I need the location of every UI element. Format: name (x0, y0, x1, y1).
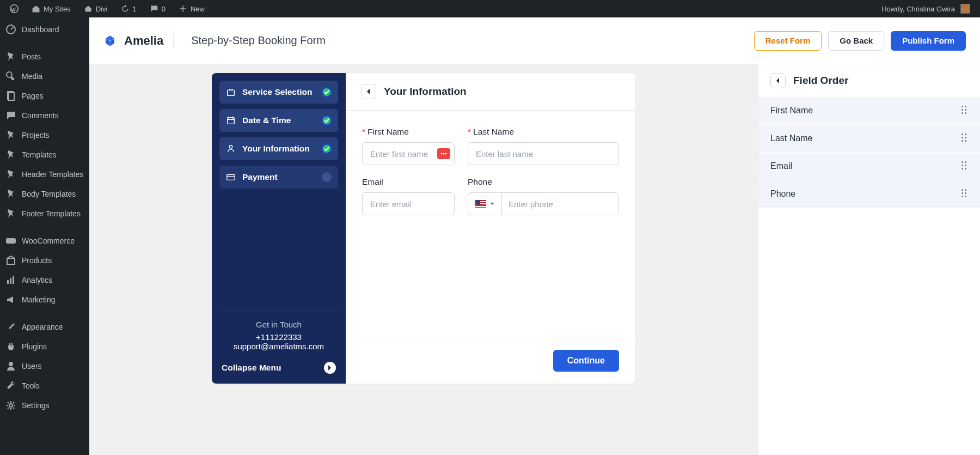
card-icon (226, 172, 236, 182)
comments-link[interactable]: 0 (144, 0, 171, 17)
svg-rect-7 (7, 280, 9, 284)
svg-point-17 (443, 153, 445, 155)
howdy-label: Howdy, Christina Gwira (881, 5, 955, 13)
us-flag-icon (475, 200, 486, 208)
menu-label: Users (22, 362, 42, 371)
woo-icon (5, 235, 16, 246)
phone-input[interactable] (502, 193, 618, 215)
drag-handle-icon[interactable] (961, 134, 968, 143)
my-sites-link[interactable]: My Sites (26, 0, 76, 17)
menu-label: Dashboard (22, 25, 59, 34)
user-avatar (960, 4, 970, 14)
field-order-label: Phone (770, 189, 795, 199)
menu-footer-templates[interactable]: Footer Templates (0, 204, 89, 223)
password-manager-icon[interactable] (437, 148, 450, 159)
menu-posts[interactable]: Posts (0, 47, 89, 66)
drag-handle-icon[interactable] (961, 161, 968, 171)
last-name-input[interactable] (468, 142, 619, 165)
menu-label: Comments (22, 111, 59, 120)
menu-header-templates[interactable]: Header Templates (0, 165, 89, 184)
phone-label: Phone (468, 177, 619, 187)
menu-dashboard[interactable]: Dashboard (0, 20, 89, 39)
last-name-label: *Last Name (468, 127, 619, 137)
menu-woocommerce[interactable]: WooCommerce (0, 231, 89, 251)
check-icon (322, 87, 332, 97)
email-label: Email (362, 177, 455, 187)
phone-country-selector[interactable] (468, 193, 502, 215)
menu-label: Appearance (22, 323, 63, 331)
menu-label: Pages (22, 92, 44, 100)
drag-handle-icon[interactable] (961, 106, 968, 116)
brand-name: Amelia (124, 34, 174, 48)
svg-rect-13 (228, 118, 235, 124)
wp-logo[interactable] (4, 0, 24, 17)
howdy-account[interactable]: Howdy, Christina Gwira (876, 0, 976, 17)
site-link[interactable]: Divi (78, 0, 113, 17)
svg-rect-15 (227, 175, 235, 180)
field-order-panel: Field Order First Name Last Name Email P… (758, 64, 980, 455)
user-icon (5, 361, 16, 372)
field-order-label: Last Name (770, 134, 812, 143)
drag-handle-icon[interactable] (961, 189, 968, 199)
menu-tools[interactable]: Tools (0, 376, 89, 396)
wrench-icon (5, 380, 16, 391)
updates-count: 1 (133, 5, 137, 13)
field-order-back-button[interactable] (770, 73, 786, 88)
menu-pages[interactable]: Pages (0, 86, 89, 106)
field-order-label: Email (770, 161, 792, 171)
new-link[interactable]: New (173, 0, 210, 17)
step-date-time[interactable]: Date & Time (219, 109, 338, 132)
arrow-right-icon (324, 362, 336, 374)
brush-icon (5, 321, 16, 332)
step-label: Payment (242, 172, 315, 182)
booking-form-card: Service Selection Date & Time Your Infor… (212, 73, 635, 384)
menu-marketing[interactable]: Marketing (0, 290, 89, 310)
step-service-selection[interactable]: Service Selection (219, 81, 338, 104)
amelia-logo-icon (103, 34, 117, 47)
menu-plugins[interactable]: Plugins (0, 337, 89, 356)
menu-label: Posts (22, 52, 41, 61)
menu-products[interactable]: Products (0, 251, 89, 270)
pin-icon (5, 149, 16, 160)
menu-body-templates[interactable]: Body Templates (0, 184, 89, 204)
svg-rect-12 (228, 90, 235, 95)
collapse-label: Collapse Menu (222, 363, 281, 373)
menu-templates[interactable]: Templates (0, 145, 89, 165)
field-order-item-phone[interactable]: Phone (758, 180, 980, 208)
field-order-item-first-name[interactable]: First Name (758, 97, 980, 125)
step-your-information[interactable]: Your Information (219, 137, 338, 160)
form-back-button[interactable] (361, 84, 376, 99)
step-label: Your Information (242, 144, 315, 154)
field-order-item-last-name[interactable]: Last Name (758, 125, 980, 153)
svg-rect-9 (13, 276, 14, 284)
contact-title: Get in Touch (222, 320, 336, 329)
step-payment[interactable]: Payment (219, 166, 338, 189)
svg-rect-6 (7, 258, 15, 264)
menu-analytics[interactable]: Analytics (0, 270, 89, 290)
email-input[interactable] (362, 192, 455, 215)
dashboard-icon (5, 24, 16, 35)
field-order-title: Field Order (793, 75, 848, 87)
menu-label: Body Templates (22, 190, 76, 198)
menu-media[interactable]: Media (0, 66, 89, 86)
reset-form-button[interactable]: Reset Form (754, 31, 822, 51)
page-header: Amelia Step-by-Step Booking Form Reset F… (89, 17, 980, 64)
menu-appearance[interactable]: Appearance (0, 317, 89, 337)
updates-link[interactable]: 1 (115, 0, 142, 17)
continue-button[interactable]: Continue (553, 350, 619, 372)
menu-label: WooCommerce (22, 236, 75, 245)
go-back-button[interactable]: Go Back (828, 31, 884, 51)
collapse-menu-button[interactable]: Collapse Menu (219, 357, 338, 376)
publish-form-button[interactable]: Publish Form (891, 31, 966, 51)
menu-projects[interactable]: Projects (0, 125, 89, 145)
main-content: Amelia Step-by-Step Booking Form Reset F… (89, 17, 980, 455)
menu-settings[interactable]: Settings (0, 396, 89, 415)
person-icon (226, 144, 236, 154)
field-order-item-email[interactable]: Email (758, 153, 980, 180)
chart-icon (5, 275, 16, 286)
page-title: Step-by-Step Booking Form (191, 34, 326, 47)
menu-comments[interactable]: Comments (0, 106, 89, 125)
svg-rect-8 (10, 278, 11, 284)
menu-users[interactable]: Users (0, 356, 89, 376)
box-icon (5, 255, 16, 266)
